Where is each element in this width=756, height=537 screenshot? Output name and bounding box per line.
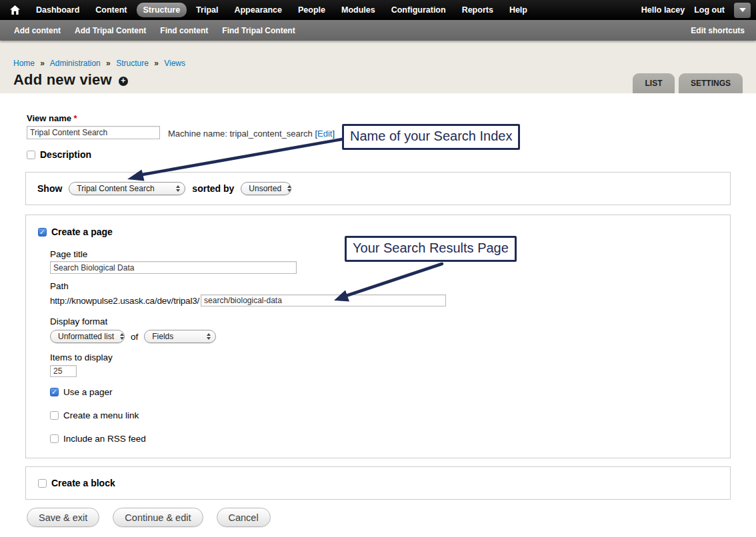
create-page-label: Create a page: [51, 227, 113, 237]
machine-name-edit-link[interactable]: Edit: [317, 129, 332, 139]
toolbar-item-tripal[interactable]: Tripal: [189, 3, 225, 17]
shortcut-add-tripal-content[interactable]: Add Tripal Content: [75, 26, 146, 35]
toolbar-user-area: Hello lacey Log out: [641, 3, 756, 18]
breadcrumb-structure[interactable]: Structure: [116, 59, 149, 68]
select-arrows-icon: [287, 185, 291, 192]
create-block-checkbox[interactable]: ✓: [38, 479, 47, 488]
create-block-label: Create a block: [51, 478, 115, 488]
path-prefix: http://knowpulse2.usask.ca/dev/tripal3/: [50, 296, 199, 306]
toolbar-item-modules[interactable]: Modules: [335, 3, 382, 17]
show-select[interactable]: Tripal Content Search: [69, 182, 185, 195]
show-label: Show: [37, 183, 62, 194]
annotation-results-box: Your Search Results Page: [345, 236, 517, 262]
sort-select[interactable]: Unsorted: [241, 182, 291, 195]
toolbar-item-structure[interactable]: Structure: [137, 3, 187, 17]
shortcut-find-tripal-content[interactable]: Find Tripal Content: [222, 26, 295, 35]
toolbar-item-people[interactable]: People: [291, 3, 332, 17]
add-view-form: View name * Machine name: tripal_content…: [0, 93, 756, 537]
format-select-value: Unformatted list: [58, 332, 114, 341]
edit-shortcuts-link[interactable]: Edit shortcuts: [691, 26, 745, 35]
create-block-panel: ✓ Create a block: [25, 466, 731, 500]
breadcrumb: Home » Administration » Structure » View…: [13, 59, 185, 68]
use-pager-label: Use a pager: [63, 387, 113, 397]
description-checkbox[interactable]: ✓: [27, 151, 35, 159]
add-icon: +: [119, 77, 128, 86]
show-select-value: Tripal Content Search: [77, 184, 170, 193]
username: lacey: [664, 5, 685, 15]
checkmark-icon: ✓: [51, 388, 57, 396]
breadcrumb-home[interactable]: Home: [13, 59, 35, 68]
select-arrows-icon: [120, 333, 124, 340]
page-title-input[interactable]: [50, 261, 297, 274]
checkmark-icon: ✓: [39, 229, 45, 236]
use-pager-checkbox[interactable]: ✓: [50, 388, 59, 396]
select-arrows-icon: [176, 185, 180, 192]
toolbar-item-help[interactable]: Help: [503, 3, 534, 17]
required-mark: *: [74, 113, 77, 123]
toolbar-item-configuration[interactable]: Configuration: [385, 3, 453, 17]
cancel-button[interactable]: Cancel: [217, 508, 271, 527]
form-actions: Save & exit Continue & edit Cancel: [27, 508, 271, 527]
create-page-checkbox[interactable]: ✓: [38, 228, 47, 237]
format-of-select[interactable]: Fields: [144, 330, 216, 343]
shortcut-find-content[interactable]: Find content: [160, 26, 208, 35]
admin-toolbar: Dashboard Content Structure Tripal Appea…: [0, 0, 756, 20]
display-format-label: Display format: [50, 316, 107, 326]
menu-link-label: Create a menu link: [63, 410, 139, 420]
tab-settings[interactable]: SETTINGS: [679, 73, 743, 93]
toolbar-nav: Dashboard Content Structure Tripal Appea…: [29, 3, 534, 17]
logout-link[interactable]: Log out: [687, 3, 731, 17]
path-input[interactable]: [201, 294, 446, 306]
chevron-down-icon: [739, 8, 746, 12]
breadcrumb-separator: »: [106, 59, 111, 68]
breadcrumb-views[interactable]: Views: [164, 59, 185, 68]
home-icon[interactable]: [10, 5, 20, 15]
continue-edit-button[interactable]: Continue & edit: [113, 508, 203, 527]
rss-label: Include an RSS feed: [63, 434, 146, 444]
path-label: Path: [50, 281, 69, 291]
toolbar-collapse-toggle[interactable]: [734, 3, 751, 18]
annotation-name-box: Name of your Search Index: [342, 124, 520, 150]
page-title-field-label: Page title: [50, 249, 87, 259]
toolbar-item-dashboard[interactable]: Dashboard: [29, 3, 86, 17]
rss-checkbox[interactable]: ✓: [50, 434, 59, 443]
sorted-by-label: sorted by: [192, 183, 234, 194]
format-of-select-value: Fields: [152, 332, 201, 341]
page-header: Home » Administration » Structure » View…: [0, 41, 756, 93]
toolbar-item-reports[interactable]: Reports: [455, 3, 500, 17]
user-greeting: Hello lacey: [641, 5, 685, 15]
select-arrows-icon: [207, 333, 211, 340]
items-to-display-input[interactable]: [50, 365, 77, 377]
items-to-display-label: Items to display: [50, 352, 113, 362]
breadcrumb-separator: »: [154, 59, 159, 68]
description-label: Description: [40, 149, 91, 160]
page-title: Add new view: [13, 71, 112, 89]
sort-select-value: Unsorted: [249, 184, 281, 193]
machine-name-text: Machine name: tripal_content_search [Edi…: [168, 129, 335, 139]
show-panel: Show Tripal Content Search sorted by Uns…: [25, 172, 731, 205]
menu-link-checkbox[interactable]: ✓: [50, 411, 59, 420]
toolbar-item-content[interactable]: Content: [89, 3, 133, 17]
breadcrumb-administration[interactable]: Administration: [50, 59, 101, 68]
shortcut-add-content[interactable]: Add content: [14, 26, 61, 35]
secondary-tabs: LIST SETTINGS: [633, 73, 743, 93]
view-name-input[interactable]: [27, 126, 160, 139]
tab-list[interactable]: LIST: [633, 73, 675, 93]
toolbar-item-appearance[interactable]: Appearance: [227, 3, 289, 17]
format-of-label: of: [131, 332, 138, 342]
format-select[interactable]: Unformatted list: [50, 330, 125, 343]
shortcuts-bar: Add content Add Tripal Content Find cont…: [0, 20, 756, 41]
view-name-label: View name *: [27, 113, 77, 123]
save-exit-button[interactable]: Save & exit: [27, 508, 99, 527]
breadcrumb-separator: »: [40, 59, 45, 68]
